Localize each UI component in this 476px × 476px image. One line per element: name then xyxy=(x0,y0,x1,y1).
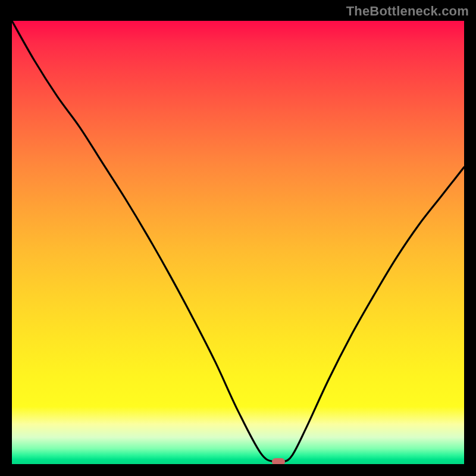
bottleneck-curve xyxy=(12,21,464,463)
curve-svg xyxy=(12,21,464,464)
watermark-text: TheBottleneck.com xyxy=(346,4,469,19)
plot-area xyxy=(12,21,464,464)
optimal-marker xyxy=(272,458,285,464)
chart-frame: TheBottleneck.com xyxy=(0,0,476,476)
